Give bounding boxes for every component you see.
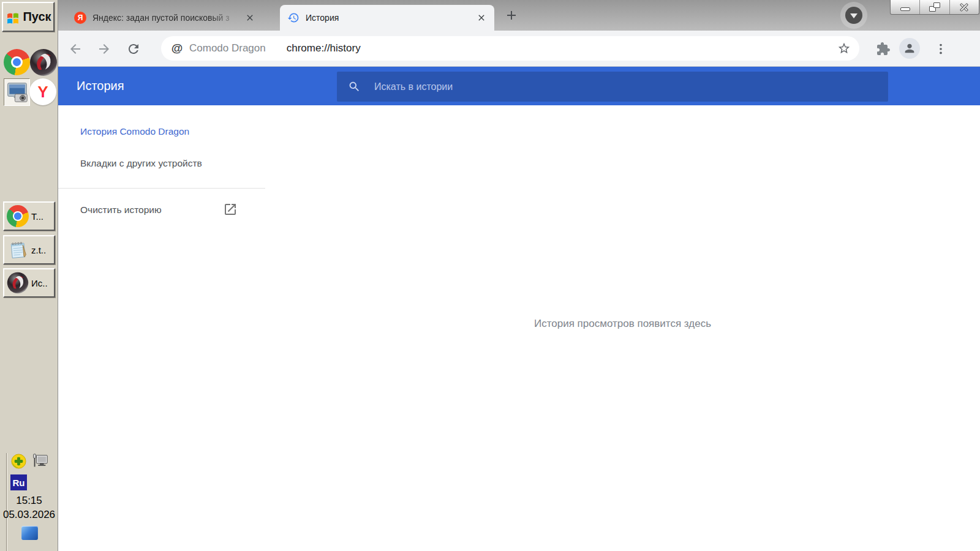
nav-item-other-devices[interactable]: Вкладки с других устройств (80, 158, 202, 169)
bookmark-star-icon[interactable] (837, 42, 851, 55)
empty-history-message: История просмотров появится здесь (265, 318, 980, 330)
nav-item-history[interactable]: История Comodo Dragon (80, 126, 189, 137)
screen: Пуск (0, 0, 980, 551)
network-tray-icon[interactable] (31, 452, 49, 470)
dragon-at-icon: @ (170, 41, 184, 56)
browser-window: Я Яндекс: задан пустой поисковый з Истор… (58, 0, 980, 551)
nav-item-clear-history[interactable]: Очистить историю (80, 204, 162, 216)
tab-close-icon[interactable] (244, 12, 255, 23)
tab-search-button[interactable] (840, 2, 867, 29)
search-icon (348, 80, 361, 93)
restore-icon (929, 2, 940, 12)
taskbar-button-label: T... (31, 211, 43, 222)
taskbar-button-label: Ис.. (31, 278, 48, 288)
history-page-body: История Comodo Dragon Вкладки с других у… (58, 105, 980, 551)
chrome-desktop-icon[interactable] (4, 49, 30, 75)
windows-logo-icon (5, 9, 21, 25)
tab-history[interactable]: История (280, 5, 494, 31)
yandex-favicon: Я (74, 12, 86, 24)
dragon-at-glyph: @ (172, 42, 183, 55)
taskbar-button-comodo[interactable]: Ис.. (3, 268, 55, 298)
start-button-label: Пуск (23, 10, 51, 24)
history-search-box[interactable] (337, 72, 888, 102)
tab-strip: Я Яндекс: задан пустой поисковый з Истор… (58, 0, 980, 31)
new-tab-button[interactable] (503, 7, 520, 24)
tab-close-icon[interactable] (476, 12, 487, 23)
extensions-icon[interactable] (875, 41, 891, 57)
tab-title: Яндекс: задан пустой поисковый з (92, 13, 244, 23)
tab-search-icon (845, 7, 862, 24)
minimize-icon (900, 7, 910, 11)
address-bar[interactable]: @ Comodo Dragon chrome://history (161, 36, 859, 61)
tab-title: История (306, 13, 476, 23)
forward-button[interactable] (96, 41, 112, 57)
back-button[interactable] (67, 41, 83, 57)
profile-avatar[interactable] (899, 38, 920, 59)
screen-capture-desktop-icon[interactable] (4, 78, 30, 106)
yandex-browser-letter: Y (37, 83, 48, 102)
language-indicator[interactable]: Ru (10, 474, 27, 490)
yandex-browser-desktop-icon[interactable]: Y (29, 78, 56, 105)
menu-icon[interactable] (933, 41, 949, 57)
reload-button[interactable] (126, 41, 141, 57)
show-desktop-icon[interactable] (21, 526, 38, 540)
tray-date[interactable]: 05.03.2026 (0, 509, 58, 521)
close-icon (959, 2, 969, 12)
start-button[interactable]: Пуск (2, 2, 55, 32)
comodo-dragon-icon (7, 272, 29, 294)
browser-toolbar: @ Comodo Dragon chrome://history (58, 31, 980, 67)
tray-clock[interactable]: 15:15 (0, 495, 58, 507)
external-link-icon[interactable] (223, 202, 238, 217)
yandex-favicon-letter: Я (78, 13, 83, 22)
taskbar-button-chrome[interactable]: T... (3, 201, 55, 231)
window-controls (890, 0, 979, 15)
nav-divider (58, 188, 265, 189)
history-icon (287, 12, 300, 24)
comodo-dragon-desktop-icon[interactable] (29, 48, 58, 77)
close-button[interactable] (950, 0, 979, 14)
taskbar-button-label: z.t.. (31, 245, 46, 255)
eco-tray-icon[interactable] (10, 453, 27, 470)
chrome-icon (7, 205, 29, 227)
history-header: История (58, 67, 980, 105)
url-text[interactable]: chrome://history (287, 42, 837, 54)
site-chip-label: Comodo Dragon (189, 42, 266, 54)
search-input[interactable] (374, 81, 877, 92)
taskbar-button-notepad[interactable]: z.t.. (3, 235, 55, 264)
page-title: История (77, 67, 124, 105)
tab-yandex[interactable]: Я Яндекс: задан пустой поисковый з (68, 5, 274, 31)
taskbar: Пуск (0, 0, 58, 551)
minimize-button[interactable] (891, 0, 920, 14)
notepad-icon (7, 239, 29, 261)
restore-button[interactable] (920, 0, 949, 14)
